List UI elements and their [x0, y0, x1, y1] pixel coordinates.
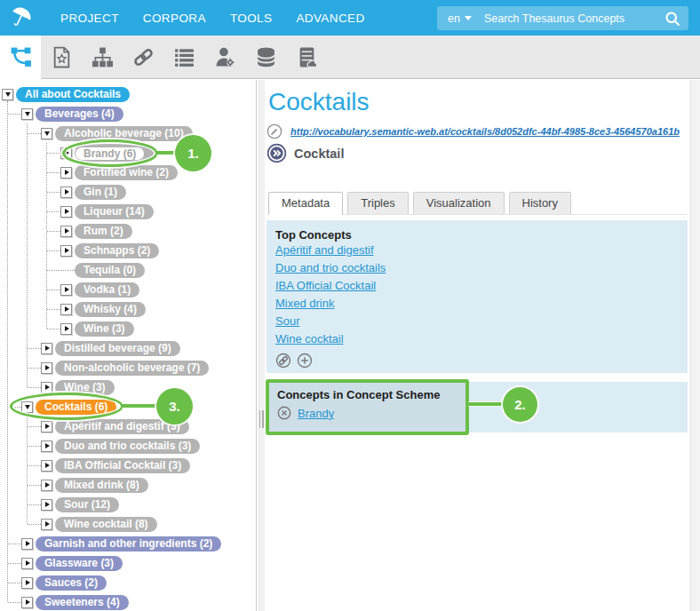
tree-node-pill[interactable]: All about Cocktails — [16, 87, 130, 102]
top-concept-link[interactable]: Apéritif and digestif — [275, 242, 374, 259]
expand-icon[interactable] — [21, 597, 33, 608]
tree-node-pill[interactable]: Liqueur (14) — [75, 204, 154, 219]
tab-triples[interactable]: Triples — [347, 192, 409, 214]
tree-node-pill[interactable]: Tequila (0) — [75, 263, 145, 278]
expand-icon[interactable] — [60, 206, 72, 218]
collapse-icon[interactable] — [2, 89, 13, 100]
tree-item: Tequila (0) — [0, 260, 256, 280]
tab-metadata[interactable]: Metadata — [268, 192, 343, 215]
language-selector[interactable]: en — [448, 12, 472, 25]
expand-icon[interactable] — [41, 382, 52, 393]
top-concept-link[interactable]: Sour — [275, 313, 299, 330]
tree-node-pill[interactable]: Glassware (3) — [36, 556, 123, 571]
top-concept-link[interactable]: IBA Official Cocktail — [275, 277, 376, 295]
splitter-grip[interactable] — [259, 410, 262, 428]
tree-node-pill[interactable]: Distilled beverage (9) — [55, 341, 180, 356]
expand-icon[interactable] — [41, 499, 52, 511]
icon-toolbar — [0, 36, 700, 79]
remove-circle-x-icon[interactable] — [277, 406, 291, 420]
tree-node-pill[interactable]: Alcoholic beverage (10) — [55, 126, 193, 141]
tree-node-pill[interactable]: Sweeteners (4) — [36, 595, 129, 610]
tree-node-pill[interactable]: Rum (2) — [75, 224, 132, 239]
list-icon[interactable] — [163, 36, 204, 79]
menu-item-tools[interactable]: TOOLS — [230, 12, 273, 25]
search-icon[interactable] — [664, 10, 681, 28]
type-label: Cocktail — [294, 147, 344, 161]
tree-node-pill[interactable]: Schnapps (2) — [75, 243, 159, 258]
tree-node-pill[interactable]: IBA Official Cocktail (3) — [55, 458, 190, 473]
tree-node-pill[interactable]: Non-alcoholic beverage (7) — [55, 361, 209, 376]
menu-item-advanced[interactable]: ADVANCED — [296, 12, 364, 25]
tree-connector — [8, 563, 21, 564]
tree-connector — [28, 485, 41, 486]
tree-node-pill[interactable]: Wine (3) — [75, 321, 134, 337]
expand-icon[interactable] — [41, 440, 52, 452]
tree-item: Liqueur (14) — [0, 202, 256, 221]
tree-item: Sour (12) — [0, 495, 256, 514]
type-row: Cocktail — [266, 143, 344, 163]
tree-node-pill[interactable]: Wine cocktail (8) — [55, 517, 157, 532]
add-link-icon[interactable] — [275, 353, 291, 369]
sitemap-icon[interactable] — [82, 36, 123, 79]
database-icon[interactable] — [245, 36, 286, 79]
menu-item-project[interactable]: PROJECT — [60, 12, 119, 25]
tree-node-pill[interactable]: Garnish and other ingredients (2) — [36, 536, 221, 551]
tree-node-pill[interactable]: Fortified wine (2) — [75, 165, 178, 180]
top-concept-link[interactable]: Mixed drink — [275, 295, 334, 313]
annotation-ellipse-1 — [62, 139, 158, 167]
expand-icon[interactable] — [21, 558, 33, 569]
expand-icon[interactable] — [41, 460, 52, 472]
expand-icon[interactable] — [60, 323, 72, 335]
scrollbar-track[interactable] — [690, 80, 700, 611]
tree-node-pill[interactable]: Vodka (1) — [75, 282, 139, 298]
expand-icon[interactable] — [60, 226, 72, 237]
expand-icon[interactable] — [60, 245, 72, 257]
server-cloud-icon[interactable] — [286, 36, 327, 79]
expand-icon[interactable] — [41, 362, 52, 374]
expand-icon[interactable] — [60, 186, 72, 198]
tree-node-pill[interactable]: Whisky (4) — [75, 302, 146, 317]
user-settings-icon[interactable] — [204, 36, 245, 79]
tree-node-pill[interactable]: Beverages (4) — [36, 107, 123, 122]
link-icon[interactable] — [123, 36, 163, 79]
tree-item: Non-alcoholic beverage (7) — [0, 358, 256, 377]
tree-node-pill[interactable]: Sour (12) — [55, 497, 119, 512]
tree-item: Distilled beverage (9) — [0, 338, 256, 358]
tab-visualization[interactable]: Visualization — [413, 192, 505, 214]
concept-scheme-uri-link[interactable]: http://vocabulary.semantic-web.at/cockta… — [290, 126, 680, 137]
collapse-icon[interactable] — [41, 128, 52, 139]
tab-history[interactable]: History — [509, 192, 571, 214]
expand-icon[interactable] — [60, 284, 72, 296]
edit-pencil-icon[interactable] — [266, 123, 282, 139]
tree-node-pill[interactable]: Gin (1) — [75, 185, 126, 200]
tree-connector — [47, 231, 60, 232]
tree-item: Duo and trio cocktails (3) — [0, 436, 256, 456]
top-concept-link[interactable]: Wine cocktail — [275, 330, 344, 348]
expand-icon[interactable] — [21, 538, 33, 550]
poolparty-umbrella-logo[interactable] — [0, 0, 41, 36]
expand-icon[interactable] — [60, 304, 72, 315]
tree-node-pill[interactable]: Mixed drink (8) — [55, 478, 148, 493]
expand-icon[interactable] — [41, 343, 52, 354]
scheme-concept-link[interactable]: Brandy — [298, 407, 334, 420]
panel-splitter[interactable] — [258, 80, 265, 611]
tree-node-pill[interactable]: Duo and trio cocktails (3) — [55, 439, 200, 454]
concept-tree-icon[interactable] — [0, 36, 41, 79]
tree-node-pill[interactable]: Sauces (2) — [36, 575, 107, 591]
expand-icon[interactable] — [41, 519, 52, 530]
collapse-icon[interactable] — [21, 108, 33, 120]
expand-icon[interactable] — [41, 421, 52, 432]
search-input[interactable] — [484, 12, 664, 25]
expand-icon[interactable] — [21, 577, 33, 589]
top-concept-link[interactable]: Duo and trio cocktails — [275, 259, 386, 277]
menu-item-corpora[interactable]: CORPORA — [143, 12, 206, 25]
expand-icon[interactable] — [60, 167, 72, 179]
add-plus-icon[interactable] — [297, 353, 313, 369]
tree-item: Mixed drink (8) — [0, 475, 256, 495]
tree-connector — [28, 368, 41, 369]
tree-connector — [47, 211, 60, 212]
tree-item: Wine (3) — [0, 319, 256, 338]
expand-icon[interactable] — [41, 480, 52, 491]
tree-item: Vodka (1) — [0, 280, 256, 299]
document-star-icon[interactable] — [41, 36, 82, 79]
